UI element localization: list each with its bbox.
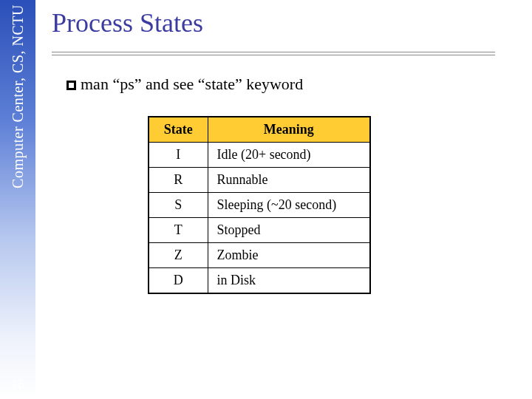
states-table: State Meaning I Idle (20+ second) R Runn… [148, 116, 371, 294]
bullet-line: man “ps” and see “state” keyword [66, 75, 517, 94]
bullet-text-quoted: “state” [198, 75, 242, 93]
bullet-text-suffix: keyword [242, 75, 303, 93]
cell-state: T [149, 218, 208, 243]
cell-meaning: in Disk [208, 268, 370, 294]
table-row: I Idle (20+ second) [149, 143, 370, 168]
sidebar: Computer Center, CS, NCTU 16 [0, 0, 35, 399]
title-divider [52, 52, 495, 55]
table-row: T Stopped [149, 218, 370, 243]
cell-state: D [149, 268, 208, 294]
table-row: Z Zombie [149, 243, 370, 268]
sidebar-org: Computer Center, CS, NCTU [10, 4, 27, 188]
table-row: R Runnable [149, 168, 370, 193]
header-meaning: Meaning [208, 117, 370, 143]
square-bullet-icon [66, 81, 76, 90]
cell-meaning: Stopped [208, 218, 370, 243]
sidebar-org-text: Computer Center, CS, NCTU [10, 4, 27, 188]
page-title: Process States [52, 7, 517, 38]
cell-meaning: Zombie [208, 243, 370, 268]
cell-meaning: Runnable [208, 168, 370, 193]
cell-meaning: Idle (20+ second) [208, 143, 370, 168]
cell-state: Z [149, 243, 208, 268]
page-number: 16 [0, 378, 35, 392]
content-area: Process States man “ps” and see “state” … [52, 7, 517, 294]
cell-state: R [149, 168, 208, 193]
header-state: State [149, 117, 208, 143]
cell-state: I [149, 143, 208, 168]
table-row: S Sleeping (~20 second) [149, 193, 370, 218]
table-header-row: State Meaning [149, 117, 370, 143]
slide: Computer Center, CS, NCTU 16 Process Sta… [0, 0, 532, 399]
table-row: D in Disk [149, 268, 370, 294]
bullet-text-prefix: man “ps” and see [81, 75, 198, 93]
cell-meaning: Sleeping (~20 second) [208, 193, 370, 218]
cell-state: S [149, 193, 208, 218]
